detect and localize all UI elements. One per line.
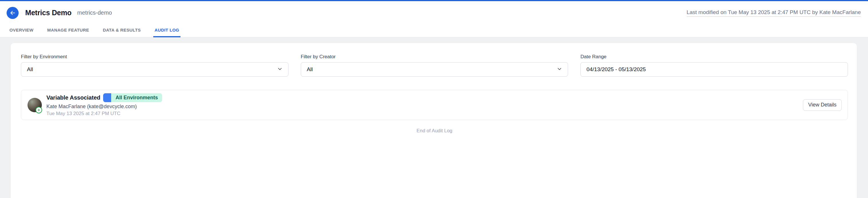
- tab-bar: OVERVIEW MANAGE FEATURE DATA & RESULTS A…: [0, 24, 868, 37]
- filter-environment-value: All: [27, 66, 33, 73]
- filter-creator-value: All: [307, 66, 313, 73]
- filter-environment-label: Filter by Environment: [21, 54, 288, 60]
- tab-manage-feature[interactable]: MANAGE FEATURE: [46, 28, 90, 37]
- app-screen: Metrics Demo metrics-demo Last modified …: [0, 0, 868, 198]
- audit-log-entry: Variable Associated All Environments Kat…: [21, 90, 848, 120]
- filter-creator-select[interactable]: All: [301, 62, 568, 77]
- page-header: Metrics Demo metrics-demo Last modified …: [0, 1, 868, 37]
- plus-icon: [35, 107, 42, 113]
- filter-creator-label: Filter by Creator: [301, 54, 568, 60]
- date-range-group: Date Range 04/13/2025 - 05/13/2025: [580, 54, 848, 77]
- page-key: metrics-demo: [78, 9, 112, 16]
- header-title-row: Metrics Demo metrics-demo Last modified …: [0, 1, 868, 24]
- filters-row: Filter by Environment All Filter by Crea…: [21, 54, 848, 77]
- back-button[interactable]: [7, 7, 19, 19]
- environment-badge-label: All Environments: [111, 93, 162, 102]
- entry-timestamp: Tue May 13 2025 at 2:47 PM UTC: [46, 111, 162, 116]
- end-of-audit-log-text: End of Audit Log: [21, 128, 848, 134]
- chevron-down-icon: [277, 66, 282, 73]
- filter-environment-group: Filter by Environment All: [21, 54, 288, 77]
- view-details-button[interactable]: View Details: [803, 99, 842, 111]
- date-range-value: 04/13/2025 - 05/13/2025: [586, 66, 646, 73]
- entry-title-row: Variable Associated All Environments: [46, 93, 162, 102]
- page-title: Metrics Demo: [25, 9, 72, 17]
- tab-data-results[interactable]: DATA & RESULTS: [102, 28, 142, 37]
- filter-creator-group: Filter by Creator All: [301, 54, 568, 77]
- chevron-down-icon: [557, 66, 562, 73]
- entry-actor: Kate MacFarlane (kate@devcycle.com): [46, 104, 162, 110]
- back-arrow-icon: [9, 10, 16, 16]
- tab-audit-log[interactable]: AUDIT LOG: [153, 28, 180, 37]
- environment-badge: All Environments: [103, 93, 162, 102]
- last-modified-text: Last modified on Tue May 13 2025 at 2:47…: [687, 9, 861, 17]
- environment-color-indicator: [103, 93, 111, 102]
- content-area: Filter by Environment All Filter by Crea…: [0, 37, 868, 198]
- avatar-wrap: [28, 98, 42, 112]
- date-range-input[interactable]: 04/13/2025 - 05/13/2025: [580, 62, 848, 77]
- audit-log-card: Filter by Environment All Filter by Crea…: [10, 43, 857, 198]
- entry-action: Variable Associated: [46, 94, 100, 101]
- entry-text-block: Variable Associated All Environments Kat…: [46, 93, 162, 116]
- filter-environment-select[interactable]: All: [21, 62, 288, 77]
- tab-overview[interactable]: OVERVIEW: [8, 28, 35, 37]
- date-range-label: Date Range: [580, 54, 848, 60]
